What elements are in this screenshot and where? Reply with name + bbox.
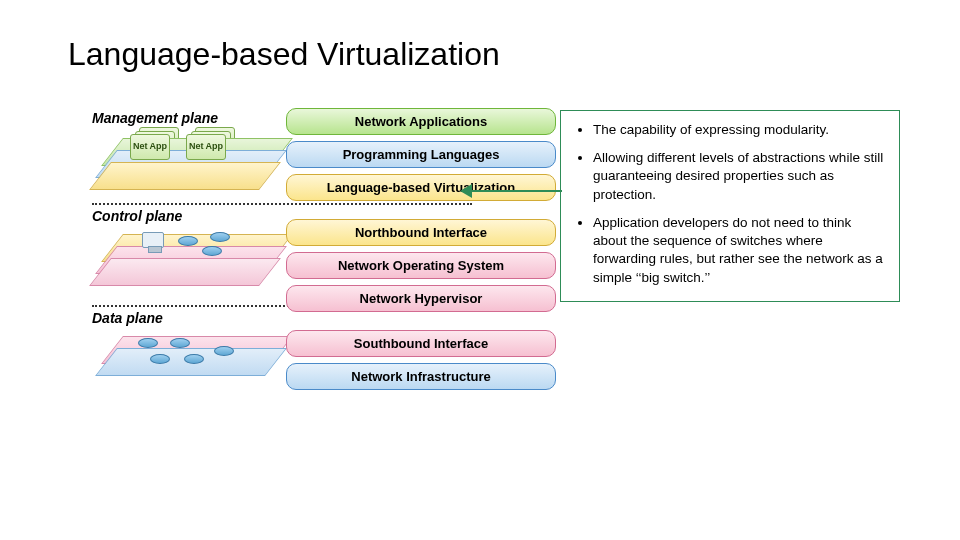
- diagram-right-column: Network Applications Programming Languag…: [286, 108, 556, 478]
- router-icon-2: [202, 246, 222, 256]
- label-management-plane: Management plane: [92, 110, 218, 126]
- box-northbound-interface: Northbound Interface: [286, 219, 556, 246]
- box-programming-languages: Programming Languages: [286, 141, 556, 168]
- label-data-plane: Data plane: [92, 310, 163, 326]
- layer-control-front: [89, 258, 281, 286]
- label-control-plane: Control plane: [92, 208, 182, 224]
- diagram-left-column: Management plane Net App Net App Control…: [92, 108, 276, 478]
- box-network-operating-system: Network Operating System: [286, 252, 556, 279]
- net-app-box-1: Net App: [130, 134, 170, 160]
- box-language-based-virtualization: Language-based Virtualization: [286, 174, 556, 201]
- callout-box: The capability of expressing modularity.…: [560, 110, 900, 302]
- callout-item: Application developers do not need to th…: [593, 214, 885, 287]
- switch-icon-1: [138, 338, 158, 348]
- switch-icon-5: [214, 346, 234, 356]
- callout-item: The capability of expressing modularity.: [593, 121, 885, 139]
- switch-icon-2: [170, 338, 190, 348]
- computer-icon: [142, 232, 164, 248]
- switch-icon-4: [184, 354, 204, 364]
- box-southbound-interface: Southbound Interface: [286, 330, 556, 357]
- slide-title: Language-based Virtualization: [68, 36, 500, 73]
- box-network-hypervisor: Network Hypervisor: [286, 285, 556, 312]
- architecture-diagram: Management plane Net App Net App Control…: [92, 108, 572, 478]
- box-network-infrastructure: Network Infrastructure: [286, 363, 556, 390]
- router-icon-3: [210, 232, 230, 242]
- router-icon-1: [178, 236, 198, 246]
- net-app-box-2: Net App: [186, 134, 226, 160]
- arrow-line: [468, 190, 562, 192]
- callout-item: Allowing different levels of abstraction…: [593, 149, 885, 204]
- layer-management-front: [89, 162, 281, 190]
- box-network-applications: Network Applications: [286, 108, 556, 135]
- arrow-head-icon: [460, 184, 472, 198]
- switch-icon-3: [150, 354, 170, 364]
